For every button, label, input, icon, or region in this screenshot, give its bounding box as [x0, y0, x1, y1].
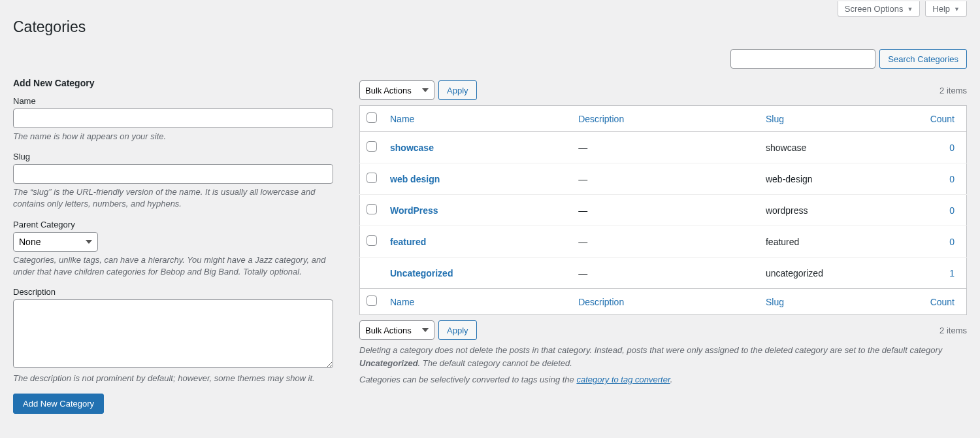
name-label: Name [13, 96, 333, 106]
name-help: The name is how it appears on your site. [13, 131, 333, 143]
col-header-name[interactable]: Name [390, 114, 414, 124]
help-tab[interactable]: Help ▼ [925, 1, 967, 17]
row-checkbox[interactable] [367, 173, 377, 183]
col-header-slug[interactable]: Slug [766, 114, 784, 124]
row-description: — [572, 226, 759, 258]
bulk-actions-select-bottom[interactable]: Bulk Actions [359, 320, 434, 340]
screen-options-tab[interactable]: Screen Options ▼ [838, 1, 921, 17]
slug-help: The “slug” is the URL-friendly version o… [13, 186, 333, 210]
categories-table: Name Description Slug Count showcase—sho… [359, 105, 967, 315]
name-input[interactable] [13, 109, 333, 128]
items-count-bottom: 2 items [939, 326, 967, 335]
row-name-link[interactable]: web design [390, 174, 440, 184]
page-title: Categories [13, 18, 967, 36]
parent-select[interactable]: None [13, 232, 98, 252]
row-slug: uncategorized [759, 258, 907, 289]
row-count-link[interactable]: 0 [949, 205, 955, 216]
table-row: featured—featured0 [360, 226, 967, 258]
add-form-title: Add New Category [13, 78, 333, 88]
col-header-description[interactable]: Description [578, 114, 624, 124]
select-all-top[interactable] [367, 112, 377, 123]
row-slug: featured [759, 226, 907, 258]
row-slug: web-design [759, 163, 907, 195]
row-count-link[interactable]: 1 [949, 268, 955, 278]
row-description: — [572, 195, 759, 226]
slug-label: Slug [13, 152, 333, 161]
row-name-link[interactable]: WordPress [390, 205, 438, 216]
table-row: web design—web-design0 [360, 163, 967, 195]
table-row: showcase—showcase0 [360, 132, 967, 163]
items-count-top: 2 items [939, 86, 967, 95]
convert-note: Categories can be selectively converted … [359, 373, 967, 386]
col-footer-count[interactable]: Count [930, 297, 955, 307]
description-textarea[interactable] [13, 299, 333, 368]
bulk-actions-select-top[interactable]: Bulk Actions [359, 80, 434, 100]
delete-note: Deleting a category does not delete the … [359, 344, 967, 369]
col-footer-slug[interactable]: Slug [766, 297, 784, 307]
category-to-tag-link[interactable]: category to tag converter [576, 375, 670, 384]
row-name-link[interactable]: showcase [390, 143, 434, 153]
row-count-link[interactable]: 0 [949, 237, 955, 247]
chevron-down-icon: ▼ [954, 6, 960, 12]
row-name-link[interactable]: featured [390, 237, 426, 247]
search-button[interactable]: Search Categories [879, 49, 967, 69]
row-checkbox[interactable] [367, 204, 377, 214]
chevron-down-icon: ▼ [907, 6, 913, 12]
slug-input[interactable] [13, 164, 333, 184]
table-row: WordPress—wordpress0 [360, 195, 967, 226]
apply-button-bottom[interactable]: Apply [438, 320, 477, 340]
screen-options-label: Screen Options [845, 4, 904, 14]
description-label: Description [13, 287, 333, 297]
apply-button-top[interactable]: Apply [438, 80, 477, 100]
parent-label: Parent Category [13, 220, 333, 229]
row-checkbox[interactable] [367, 141, 377, 152]
table-row: Uncategorized—uncategorized1 [360, 258, 967, 289]
col-header-count[interactable]: Count [930, 114, 955, 124]
row-description: — [572, 258, 759, 289]
search-input[interactable] [730, 49, 875, 69]
row-description: — [572, 163, 759, 195]
row-slug: showcase [759, 132, 907, 163]
col-footer-name[interactable]: Name [390, 297, 414, 307]
col-footer-description[interactable]: Description [578, 297, 624, 307]
row-name-link[interactable]: Uncategorized [390, 268, 453, 278]
row-checkbox[interactable] [367, 235, 377, 246]
add-category-button[interactable]: Add New Category [13, 394, 104, 414]
help-label: Help [932, 4, 950, 14]
row-description: — [572, 132, 759, 163]
parent-help: Categories, unlike tags, can have a hier… [13, 254, 333, 278]
select-all-bottom[interactable] [367, 295, 377, 306]
row-slug: wordpress [759, 195, 907, 226]
row-count-link[interactable]: 0 [949, 174, 955, 184]
description-help: The description is not prominent by defa… [13, 373, 333, 384]
row-count-link[interactable]: 0 [949, 143, 955, 153]
